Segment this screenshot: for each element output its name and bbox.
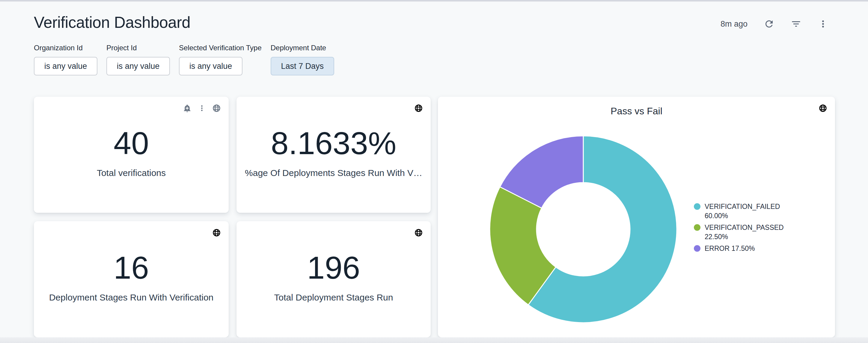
tile-value: 196 bbox=[307, 252, 360, 283]
refresh-icon bbox=[764, 19, 774, 29]
legend-swatch bbox=[694, 245, 701, 252]
tile-action-icons bbox=[183, 104, 221, 112]
dashboard-filters-button[interactable] bbox=[791, 19, 802, 29]
kebab-menu-icon bbox=[197, 104, 206, 112]
tile-pct-deployment-stages-with-verification: 8.1633% %age Of Deployments Stages Run W… bbox=[237, 97, 431, 213]
tile-value: 40 bbox=[114, 127, 149, 159]
filter-label: Project Id bbox=[106, 44, 170, 52]
tile-globe-button[interactable] bbox=[212, 104, 221, 112]
filter-selected-verification-type: Selected Verification Type is any value bbox=[179, 44, 262, 75]
tile-total-deployment-stages-run: 196 Total Deployment Stages Run bbox=[237, 221, 431, 337]
tile-label: Total Deployment Stages Run bbox=[274, 293, 393, 303]
filter-label: Organization Id bbox=[34, 44, 97, 52]
filter-list-icon bbox=[791, 19, 802, 29]
legend-swatch bbox=[694, 203, 701, 210]
refresh-button[interactable] bbox=[764, 19, 774, 29]
alert-bell-button[interactable] bbox=[183, 104, 191, 112]
tile-globe-button[interactable] bbox=[414, 228, 423, 237]
filter-bar: Organization Id is any value Project Id … bbox=[34, 44, 334, 75]
tile-value: 8.1633% bbox=[271, 127, 396, 159]
filter-value-dropdown[interactable]: is any value bbox=[179, 57, 243, 75]
filter-value-dropdown[interactable]: is any value bbox=[34, 57, 97, 75]
tile-globe-button[interactable] bbox=[414, 104, 423, 112]
tile-label: Total verifications bbox=[97, 168, 166, 178]
filter-organization-id: Organization Id is any value bbox=[34, 44, 97, 75]
verification-dashboard-page: Verification Dashboard 8m ago Organizati… bbox=[0, 0, 868, 343]
chart-legend: VERIFICATION_FAILED 60.00%VERIFICATION_P… bbox=[694, 202, 793, 255]
tile-total-verifications: 40 Total verifications bbox=[34, 97, 229, 213]
tile-globe-button[interactable] bbox=[818, 104, 827, 112]
chart-title: Pass vs Fail bbox=[438, 106, 835, 117]
tile-label: Deployment Stages Run With Verification bbox=[49, 293, 214, 303]
filter-label: Deployment Date bbox=[271, 44, 334, 52]
filter-value-dropdown[interactable]: Last 7 Days bbox=[271, 57, 334, 75]
header-actions: 8m ago bbox=[720, 16, 829, 31]
filter-project-id: Project Id is any value bbox=[106, 44, 170, 75]
tile-value: 16 bbox=[114, 252, 149, 283]
filter-deployment-date: Deployment Date Last 7 Days bbox=[271, 44, 334, 75]
top-border bbox=[0, 0, 868, 1]
globe-icon bbox=[818, 104, 827, 112]
globe-icon bbox=[212, 104, 221, 112]
last-updated-text: 8m ago bbox=[720, 20, 747, 29]
filter-value-dropdown[interactable]: is any value bbox=[106, 57, 170, 75]
legend-item-verification-passed[interactable]: VERIFICATION_PASSED 22.50% bbox=[694, 223, 793, 242]
dashboard-actions-button[interactable] bbox=[818, 19, 829, 29]
legend-swatch bbox=[694, 224, 701, 231]
tile-label: %age Of Deployments Stages Run With V… bbox=[245, 168, 422, 178]
filter-label: Selected Verification Type bbox=[179, 44, 262, 52]
legend-label: ERROR 17.50% bbox=[705, 244, 755, 253]
tile-globe-button[interactable] bbox=[212, 228, 221, 237]
page-title: Verification Dashboard bbox=[34, 13, 190, 31]
bottom-shade bbox=[0, 337, 868, 343]
tile-deployment-stages-run-with-verification: 16 Deployment Stages Run With Verificati… bbox=[34, 221, 229, 337]
legend-item-verification-failed[interactable]: VERIFICATION_FAILED 60.00% bbox=[694, 202, 793, 220]
legend-label: VERIFICATION_FAILED 60.00% bbox=[705, 202, 793, 220]
legend-item-error[interactable]: ERROR 17.50% bbox=[694, 244, 793, 253]
tile-menu-button[interactable] bbox=[197, 104, 206, 112]
kebab-menu-icon bbox=[818, 19, 829, 29]
pass-vs-fail-chart-card: Pass vs Fail VERIFICATION_FAILED 60.00%V… bbox=[438, 97, 835, 337]
donut-chart[interactable] bbox=[489, 135, 678, 323]
bell-plus-icon bbox=[183, 104, 191, 112]
globe-icon bbox=[414, 104, 423, 112]
globe-icon bbox=[414, 228, 423, 237]
globe-icon bbox=[212, 228, 221, 237]
legend-label: VERIFICATION_PASSED 22.50% bbox=[705, 223, 793, 242]
